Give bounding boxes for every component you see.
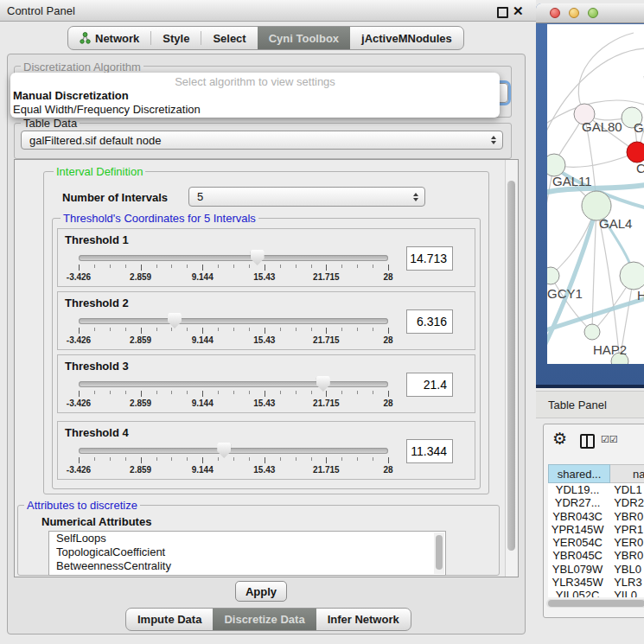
node-selected-red[interactable] [627, 142, 644, 163]
zoom-traffic-light-icon[interactable] [588, 8, 598, 18]
apply-button[interactable]: Apply [235, 581, 287, 602]
option-equal-width-frequency[interactable]: Equal Width/Frequency Discretization [13, 103, 201, 116]
node-label: GA [634, 120, 644, 135]
number-of-intervals-label: Number of Intervals [62, 191, 168, 204]
slider-tick [341, 457, 342, 461]
threshold-1-slider[interactable] [79, 255, 388, 261]
tab-label: Style [163, 32, 189, 45]
tab-discretize-data[interactable]: Discretize Data [213, 609, 316, 630]
slider-tick [218, 457, 219, 461]
axis-tick-label: 21.715 [313, 335, 340, 345]
network-tree-icon [80, 32, 91, 44]
slider-tick [326, 391, 327, 397]
tab-infer-network[interactable]: Infer Network [316, 609, 411, 630]
slider-tick [156, 457, 157, 461]
tab-label: Impute Data [137, 613, 201, 626]
cell-shared-name: YDR27... [548, 496, 607, 509]
scrollbar-thumb[interactable] [436, 535, 443, 570]
slider-tick [187, 328, 188, 331]
select-columns-icon[interactable]: ☑☑ [601, 434, 618, 445]
axis-tick-label: -3.426 [67, 399, 91, 408]
float-window-icon[interactable] [497, 7, 508, 18]
vertical-scrollbar[interactable] [505, 160, 518, 577]
table-row[interactable]: YDR27...YDR2 [548, 496, 644, 509]
attribute-list-item[interactable]: SelfLoops [49, 532, 445, 545]
node-hap2[interactable] [584, 324, 600, 340]
slider-tick [311, 391, 312, 394]
discretization-algorithm-label: Discretization Algorithm [21, 61, 143, 73]
axis-tick-label: 2.859 [130, 272, 151, 282]
threshold-2-slider[interactable] [79, 318, 388, 324]
slider-tick [94, 328, 95, 331]
slider-thumb[interactable] [316, 376, 330, 392]
combo-spinner-icon [491, 136, 496, 144]
close-traffic-light-icon[interactable] [550, 8, 560, 18]
scrollbar-thumb[interactable] [507, 181, 515, 551]
horizontal-scrollbar[interactable] [546, 599, 644, 608]
option-manual-discretization[interactable]: Manual Discretization [13, 89, 129, 102]
tab-impute-data[interactable]: Impute Data [126, 609, 213, 630]
attribute-list-item[interactable]: BetweennessCentrality [49, 559, 445, 573]
list-scrollbar[interactable] [434, 532, 444, 574]
axis-tick-label: 15.43 [253, 399, 275, 408]
threshold-3-slider[interactable] [79, 381, 388, 387]
table-row[interactable]: YDL19...YDL1 [548, 483, 644, 496]
slider-thumb[interactable] [168, 313, 182, 328]
axis-tick-label: 9.144 [192, 399, 214, 408]
attribute-list-item[interactable]: TopologicalCoefficient [49, 545, 445, 559]
threshold-1-value-field[interactable] [406, 246, 453, 271]
combo-spinner-icon [413, 193, 418, 201]
number-of-intervals-value: 5 [197, 190, 203, 203]
threshold-4-value-field[interactable] [406, 439, 453, 463]
threshold-4-slider[interactable] [79, 448, 388, 454]
table-row[interactable]: YLR345WYLR3 [548, 576, 644, 589]
table-row[interactable]: YIL052CYIL0 [548, 589, 644, 597]
table-row[interactable]: YPR145WYPR1 [548, 523, 644, 536]
cell-shared-name: YBR045C [548, 549, 607, 562]
window-title: Control Panel [7, 4, 75, 17]
slider-tick [249, 457, 250, 461]
slider-tick [373, 457, 373, 461]
table-row[interactable]: YBR045CYBR0 [548, 549, 644, 562]
table-row[interactable]: YBL079WYBL0 [548, 563, 644, 576]
slider-tick [265, 265, 265, 271]
slider-tick [326, 265, 327, 271]
table-row[interactable]: YER054CYER0 [548, 536, 644, 549]
axis-tick-label: 21.715 [313, 465, 340, 475]
column-header-name[interactable]: na [610, 464, 644, 483]
table-row[interactable]: YBR043CYBR0 [548, 510, 644, 523]
show-columns-icon[interactable] [580, 434, 595, 449]
scrollbar-thumb[interactable] [548, 600, 644, 607]
tab-label: jActiveMNodules [361, 32, 452, 45]
tab-label: Discretize Data [224, 613, 304, 626]
slider-tick [373, 391, 373, 394]
slider-thumb[interactable] [251, 250, 265, 265]
network-canvas[interactable]: GAL80 GA C GAL11 GAL4 GCY1 H HAP2 [547, 24, 644, 364]
thresholds-group-label: Threshold's Coordinates for 5 Intervals [61, 212, 258, 225]
cell-shared-name: YPR145W [548, 523, 607, 536]
tab-network[interactable]: Network [68, 27, 150, 49]
slider-tick [202, 457, 203, 463]
threshold-3-value-field[interactable] [406, 373, 453, 397]
slider-tick [388, 328, 389, 334]
column-header-shared-name[interactable]: shared... [548, 464, 610, 483]
tab-cyni-toolbox[interactable]: Cyni Toolbox [258, 27, 350, 49]
gear-icon[interactable]: ⚙ [552, 429, 567, 449]
tab-select[interactable]: Select [201, 27, 257, 49]
slider-tick [265, 457, 265, 463]
slider-tick [125, 457, 126, 461]
tab-style[interactable]: Style [151, 27, 201, 49]
minimize-traffic-light-icon[interactable] [569, 8, 579, 18]
table-data-combo[interactable]: galFiltered.sif default node [21, 131, 503, 150]
close-icon[interactable]: ✕ [513, 3, 524, 19]
algorithm-placeholder-option[interactable]: Select algorithm to view settings [10, 75, 500, 88]
slider-tick [141, 265, 142, 271]
axis-tick-label: -3.426 [67, 335, 91, 345]
numerical-attributes-list[interactable]: SelfLoopsTopologicalCoefficientBetweenne… [48, 531, 446, 576]
threshold-2-value-field[interactable] [406, 309, 453, 334]
tab-jactivemnodules[interactable]: jActiveMNodules [350, 27, 463, 49]
slider-tick-labels: -3.4262.8599.14415.4321.71528 [79, 335, 388, 346]
number-of-intervals-combo[interactable]: 5 [188, 187, 425, 207]
slider-thumb[interactable] [217, 443, 231, 458]
node-h[interactable] [620, 262, 644, 290]
